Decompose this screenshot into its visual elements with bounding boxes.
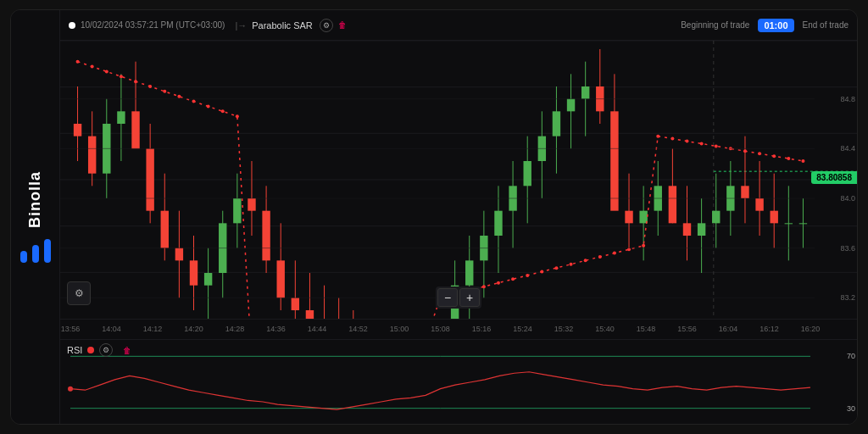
trade-labels: Beginning of trade 01:00 End of trade (681, 19, 849, 32)
chart-settings-button[interactable]: ⚙ (67, 281, 91, 305)
indicator-label: Parabolic SAR (252, 20, 313, 31)
main-container: Binolla 10/02/2024 03:57:21 PM (UTC+03:0… (10, 9, 858, 425)
status-dot (69, 22, 75, 29)
price-label: 83.80858 (811, 171, 857, 184)
svg-rect-1 (32, 245, 39, 263)
beginning-of-trade-label: Beginning of trade (681, 20, 749, 30)
top-bar: 10/02/2024 03:57:21 PM (UTC+03:00) |→ Pa… (60, 10, 857, 41)
sidebar: Binolla (11, 10, 60, 424)
svg-rect-0 (20, 251, 27, 263)
time-axis (60, 319, 857, 339)
main-chart-canvas (60, 41, 857, 319)
end-of-trade-label: End of trade (803, 20, 849, 30)
trade-time-badge: 01:00 (758, 19, 793, 32)
zoom-controls: − + (436, 287, 481, 309)
rsi-dot-red (87, 347, 94, 353)
brand-logo (20, 239, 51, 263)
rsi-settings-icon[interactable]: ⚙ (99, 343, 113, 357)
zoom-in-button[interactable]: + (459, 288, 480, 307)
main-chart: 83.80858 ⚙ − + (60, 41, 857, 319)
rsi-panel: RSI ⚙ 🗑 (60, 339, 857, 424)
svg-rect-2 (44, 239, 51, 263)
rsi-chart-canvas (60, 340, 857, 424)
indicator-delete-icon[interactable]: 🗑 (338, 20, 347, 30)
rsi-header: RSI ⚙ 🗑 (67, 343, 131, 357)
zoom-out-button[interactable]: − (437, 288, 458, 307)
brand-name: Binolla (26, 171, 44, 228)
rsi-label: RSI (67, 345, 82, 355)
rsi-delete-icon[interactable]: 🗑 (123, 346, 131, 355)
chart-area: 10/02/2024 03:57:21 PM (UTC+03:00) |→ Pa… (60, 10, 857, 424)
time-axis-canvas (60, 320, 857, 339)
timestamp: 10/02/2024 03:57:21 PM (UTC+03:00) (81, 20, 225, 30)
indicator-settings-icon[interactable]: ⚙ (320, 19, 333, 32)
